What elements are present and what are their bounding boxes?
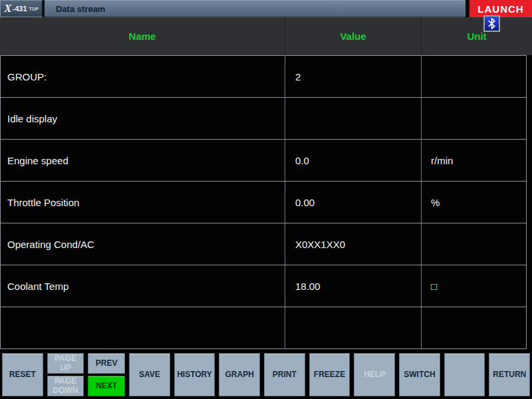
- header-value: Value: [285, 17, 421, 55]
- x431-logo: X-431 TOP: [0, 0, 43, 17]
- prev-button[interactable]: PREV: [88, 353, 125, 374]
- param-value: 0.00: [285, 182, 421, 223]
- top-bar: X-431 TOP Data stream LAUNCH: [0, 0, 532, 17]
- reset-button[interactable]: RESET: [2, 353, 43, 396]
- logo-number: -431: [13, 5, 27, 13]
- page-title: Data stream: [56, 4, 105, 14]
- datastream-table: GROUP: 2 Idle display Engine speed 0.0 r…: [0, 55, 527, 349]
- param-name: Engine speed: [1, 140, 285, 181]
- param-unit: [421, 56, 526, 97]
- param-name: Idle display: [1, 98, 285, 139]
- param-unit: [421, 223, 526, 265]
- param-value: [285, 307, 421, 348]
- param-value: X0XX1XX0: [285, 223, 421, 265]
- graph-button[interactable]: GRAPH: [219, 353, 260, 396]
- param-value: 18.00: [285, 265, 421, 307]
- param-value: 2: [285, 56, 421, 97]
- param-name: GROUP:: [1, 56, 285, 97]
- launch-brand-label: LAUNCH: [477, 3, 523, 15]
- prev-next-slot: PREV NEXT: [88, 353, 125, 396]
- param-unit: □: [421, 265, 526, 307]
- param-name: Coolant Temp: [1, 265, 285, 307]
- help-button[interactable]: HELP: [354, 353, 395, 396]
- table-row[interactable]: Idle display: [1, 97, 526, 139]
- save-button[interactable]: SAVE: [129, 353, 170, 396]
- header-unit: Unit: [421, 17, 532, 55]
- page-buttons-slot: PAGE UP PAGE DOWN: [47, 353, 84, 396]
- bluetooth-icon: [483, 15, 500, 32]
- logo-top: TOP: [29, 7, 39, 11]
- param-name: Throttle Position: [1, 182, 285, 223]
- table-row[interactable]: Operating Cond/AC X0XX1XX0: [1, 223, 526, 265]
- launch-brand-badge: LAUNCH: [469, 0, 532, 17]
- table-row[interactable]: Engine speed 0.0 r/min: [1, 139, 526, 181]
- table-row[interactable]: Throttle Position 0.00 %: [1, 181, 526, 223]
- param-name: Operating Cond/AC: [1, 223, 285, 265]
- page-down-button[interactable]: PAGE DOWN: [47, 376, 84, 396]
- print-button[interactable]: PRINT: [264, 353, 305, 396]
- next-button[interactable]: NEXT: [88, 376, 125, 396]
- history-button[interactable]: HISTORY: [174, 353, 215, 396]
- bluetooth-glyph: [487, 18, 496, 29]
- table-row[interactable]: [1, 307, 526, 348]
- param-name: [1, 307, 285, 348]
- header-name: Name: [0, 17, 285, 55]
- param-unit: [421, 98, 526, 139]
- page-up-button[interactable]: PAGE UP: [47, 353, 84, 374]
- param-unit: %: [421, 182, 526, 223]
- return-button[interactable]: RETURN: [489, 353, 530, 396]
- param-unit: [421, 307, 526, 348]
- screen: X-431 TOP Data stream LAUNCH Name Value …: [0, 0, 532, 399]
- param-value: [285, 98, 421, 139]
- table-row[interactable]: GROUP: 2: [1, 55, 526, 97]
- param-unit: r/min: [421, 140, 526, 181]
- logo-x: X: [4, 2, 11, 15]
- toolbar: RESET PAGE UP PAGE DOWN PREV NEXT SAVE H…: [0, 350, 532, 399]
- toolbar-button-empty: [444, 353, 485, 396]
- param-value: 0.0: [285, 140, 421, 181]
- freeze-button[interactable]: FREEZE: [309, 353, 350, 396]
- switch-button[interactable]: SWITCH: [399, 353, 440, 396]
- title-bar: Data stream: [45, 0, 466, 17]
- table-row[interactable]: Coolant Temp 18.00 □: [1, 265, 526, 307]
- table-header-row: Name Value Unit: [0, 17, 532, 55]
